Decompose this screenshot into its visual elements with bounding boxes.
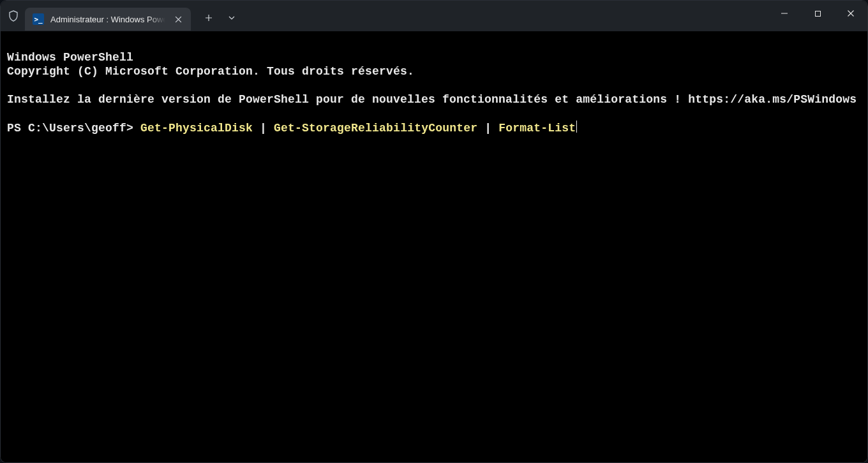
text-cursor xyxy=(576,121,577,133)
svg-rect-5 xyxy=(815,11,820,16)
tab-dropdown-button[interactable] xyxy=(220,8,243,28)
output-line: Windows PowerShell xyxy=(7,51,133,64)
prompt-line: PS C:\Users\geoff> Get-PhysicalDisk | Ge… xyxy=(7,121,861,135)
pipe-operator: | xyxy=(253,122,274,135)
command-segment: Get-PhysicalDisk xyxy=(140,122,253,135)
pipe-operator: | xyxy=(477,122,498,135)
powershell-icon: >_ xyxy=(33,13,44,25)
window-close-button[interactable] xyxy=(834,1,867,26)
admin-shield-icon xyxy=(7,10,20,22)
tab-title: Administrateur : Windows PowerShell xyxy=(50,15,165,24)
minimize-button[interactable] xyxy=(768,1,801,26)
tab-powershell[interactable]: >_ Administrateur : Windows PowerShell xyxy=(25,8,191,31)
prompt-text: PS C:\Users\geoff> xyxy=(7,122,140,135)
new-tab-button[interactable] xyxy=(197,8,220,28)
terminal-output[interactable]: Windows PowerShell Copyright (C) Microso… xyxy=(1,31,867,462)
window-controls xyxy=(768,1,867,31)
title-bar[interactable]: >_ Administrateur : Windows PowerShell xyxy=(1,1,867,31)
command-segment: Format-List xyxy=(498,122,576,135)
terminal-window: >_ Administrateur : Windows PowerShell xyxy=(0,0,868,463)
output-line: Copyright (C) Microsoft Corporation. Tou… xyxy=(7,65,414,78)
output-line: Installez la dernière version de PowerSh… xyxy=(7,93,857,106)
tab-actions xyxy=(197,8,243,28)
command-segment: Get-StorageReliabilityCounter xyxy=(274,122,477,135)
tab-close-button[interactable] xyxy=(172,13,184,26)
maximize-button[interactable] xyxy=(801,1,834,26)
